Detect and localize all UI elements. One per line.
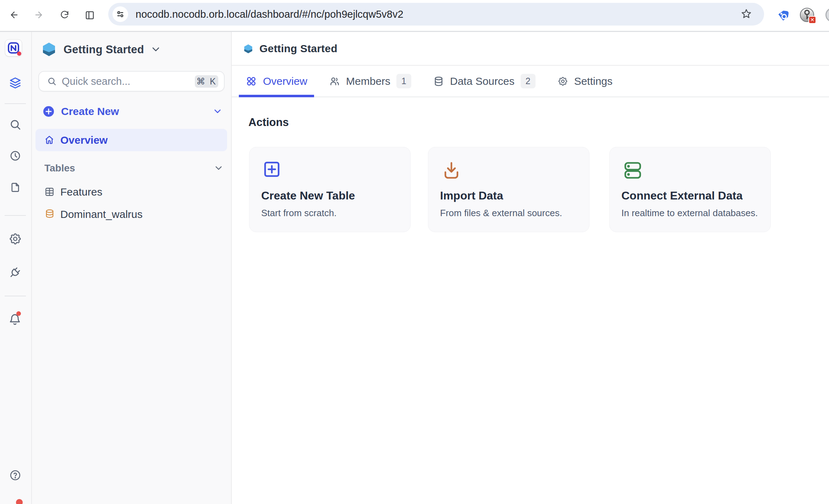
tab-label: Members	[346, 75, 390, 87]
tab-label: Settings	[574, 75, 613, 87]
key-error-badge: ✕	[808, 16, 816, 24]
chevron-down-icon	[214, 109, 221, 114]
create-new-table-card[interactable]: Create New Table Start from scratch.	[249, 147, 411, 232]
overview-label: Overview	[60, 129, 108, 151]
search-icon[interactable]	[9, 118, 22, 131]
search-placeholder: Quick search...	[62, 72, 130, 91]
overview-grid-icon	[246, 76, 257, 87]
address-bar[interactable]: nocodb.nocodb.orb.local/dashboard/#/nc/p…	[108, 3, 764, 26]
download-icon	[443, 161, 460, 180]
tab-settings[interactable]: Settings	[551, 66, 619, 97]
rail-divider	[5, 296, 26, 296]
bookmark-star-icon[interactable]	[741, 8, 752, 20]
plus-circle-icon	[43, 106, 54, 117]
database-icon	[45, 209, 54, 219]
card-subtitle: In realtime to external databases.	[621, 208, 758, 219]
create-new-button[interactable]: Create New	[35, 102, 227, 121]
home-icon	[44, 135, 55, 145]
tables-header-label: Tables	[44, 161, 75, 175]
tab-label: Overview	[263, 75, 307, 87]
sidebar: Getting Started Quick search... ⌘ K Crea…	[32, 32, 232, 504]
plus-square-icon	[264, 161, 280, 177]
search-icon	[47, 76, 57, 86]
tab-label: Data Sources	[450, 75, 515, 87]
tab-badge: 2	[521, 74, 536, 88]
nocodb-logo[interactable]	[5, 39, 22, 56]
url-text[interactable]: nocodb.nocodb.orb.local/dashboard/#/nc/p…	[136, 3, 403, 26]
card-title: Create New Table	[261, 189, 355, 202]
tab-badge: 1	[396, 74, 411, 88]
back-icon[interactable]	[9, 10, 19, 20]
rail-divider	[5, 103, 26, 104]
file-icon[interactable]	[9, 181, 21, 193]
extension-tag-icon[interactable]	[776, 8, 791, 23]
plug-icon[interactable]	[9, 266, 22, 279]
reload-icon[interactable]	[60, 10, 70, 20]
gear-icon	[558, 76, 568, 87]
bases-icon[interactable]	[9, 76, 22, 90]
site-info-button[interactable]	[112, 6, 128, 22]
database-icon	[433, 76, 444, 87]
sidebar-item-overview[interactable]: Overview	[35, 129, 227, 151]
main-content: Getting Started Overview Members 1	[232, 32, 829, 504]
forward-icon[interactable]	[34, 10, 44, 20]
settings-gear-icon[interactable]	[9, 232, 22, 246]
tab-data-sources[interactable]: Data Sources 2	[427, 66, 542, 97]
table-grid-icon	[44, 187, 55, 197]
status-dot	[16, 499, 23, 504]
chevron-down-icon[interactable]	[152, 47, 160, 52]
search-shortcut-badge: ⌘ K	[195, 75, 218, 88]
tune-icon	[116, 10, 125, 19]
sidebar-table-dominant-walrus[interactable]: Dominant_walrus	[35, 203, 227, 225]
tab-bar: Overview Members 1 Data Sources 2	[232, 66, 829, 97]
card-subtitle: Start from scratch.	[261, 208, 336, 219]
extension-key-icon[interactable]: ✕	[800, 8, 815, 23]
tab-overview[interactable]: Overview	[239, 66, 314, 97]
help-icon[interactable]	[9, 469, 21, 481]
quick-search-input[interactable]: Quick search... ⌘ K	[38, 71, 225, 92]
notifications-bell[interactable]	[9, 313, 22, 327]
side-panel-icon[interactable]	[84, 10, 95, 21]
table-name: Dominant_walrus	[60, 203, 143, 225]
create-new-label: Create New	[61, 102, 119, 121]
card-title: Import Data	[440, 189, 503, 202]
main-header: Getting Started	[232, 32, 829, 66]
servers-icon	[624, 161, 642, 180]
actions-heading: Actions	[248, 116, 289, 129]
chevron-down-icon[interactable]	[215, 166, 223, 171]
rail-divider	[5, 215, 26, 216]
avatar[interactable]	[825, 8, 829, 22]
tables-section-header[interactable]: Tables	[35, 161, 227, 175]
import-data-card[interactable]: Import Data From files & external source…	[428, 147, 589, 232]
bell-notification-dot	[16, 311, 21, 316]
card-subtitle: From files & external sources.	[440, 208, 562, 219]
project-hexagon-icon	[42, 43, 56, 56]
connect-external-data-card[interactable]: Connect External Data In realtime to ext…	[609, 147, 771, 232]
project-title[interactable]: Getting Started	[64, 43, 144, 57]
project-hexagon-icon	[243, 44, 253, 53]
recent-clock-icon[interactable]	[9, 150, 21, 162]
members-icon	[329, 76, 340, 87]
tab-members[interactable]: Members 1	[323, 66, 418, 97]
table-name: Features	[60, 181, 102, 203]
sidebar-table-features[interactable]: Features	[35, 181, 227, 203]
app-rail	[0, 32, 32, 504]
logo-notification-dot	[17, 51, 21, 56]
page-title: Getting Started	[259, 32, 337, 65]
browser-chrome: nocodb.nocodb.orb.local/dashboard/#/nc/p…	[0, 0, 829, 32]
card-title: Connect External Data	[621, 189, 742, 202]
